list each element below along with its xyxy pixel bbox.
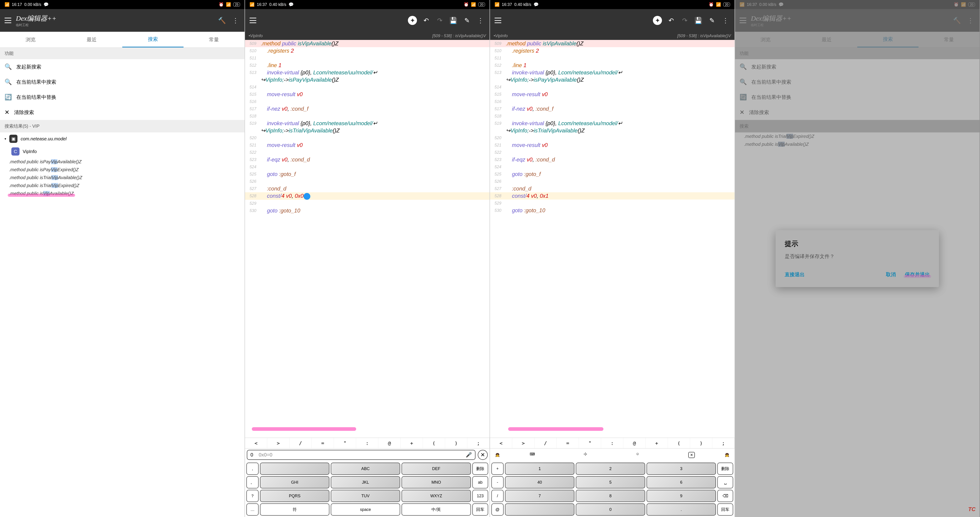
ime-input[interactable]: 0 0x0=0 🎤 — [247, 450, 476, 460]
redo-icon[interactable]: ↷ — [680, 16, 689, 25]
code-editor[interactable]: 509.method public isVipAvailable()Z510 .… — [490, 40, 735, 438]
exit-button[interactable]: 直接退出 — [785, 271, 805, 278]
menu-icon[interactable] — [495, 18, 501, 23]
op-key[interactable]: + — [492, 463, 504, 475]
punct-key[interactable]: ？ — [247, 490, 259, 502]
num-key[interactable]: 8 — [576, 490, 645, 502]
func-key[interactable]: 回车 — [472, 503, 488, 515]
save-icon[interactable]: 💾 — [449, 16, 458, 25]
func-key[interactable]: ␣ — [717, 476, 733, 488]
mode-key[interactable]: space — [331, 503, 400, 515]
func-key[interactable]: 123 — [472, 490, 488, 502]
letter-key[interactable] — [260, 463, 329, 475]
undo-icon[interactable]: ↶ — [422, 16, 431, 25]
method-result[interactable]: .method public isTrialVipAvailable()Z — [0, 174, 245, 182]
action-replace[interactable]: 🔄在当前结果中替换 — [0, 90, 245, 105]
action-search[interactable]: 🔍发起新搜索 — [0, 59, 245, 75]
voice-icon[interactable]: 🎤 — [466, 452, 472, 458]
symbol-key[interactable]: = — [557, 438, 579, 448]
symbol-key[interactable]: > — [512, 438, 535, 448]
symbol-key[interactable]: + — [646, 438, 668, 448]
op-key[interactable]: / — [492, 490, 504, 502]
mode-key[interactable]: 中/英 — [401, 503, 471, 515]
func-key[interactable]: ⌫ — [717, 490, 733, 502]
overflow-icon[interactable]: ⋮ — [231, 16, 240, 25]
menu-icon[interactable] — [250, 18, 256, 23]
method-result[interactable]: .method public isVipAvailable()Z — [0, 190, 245, 198]
tab-constants[interactable]: 常量 — [183, 32, 245, 48]
action-close[interactable]: ✕清除搜索 — [0, 105, 245, 120]
symbol-key[interactable]: ; — [467, 438, 490, 448]
symbol-key[interactable]: > — [267, 438, 290, 448]
letter-key[interactable]: JKL — [331, 476, 400, 488]
symbol-key[interactable]: " — [579, 438, 601, 448]
num-key[interactable]: . — [646, 503, 716, 515]
method-result[interactable]: .method public isPayVipAvailable()Z — [0, 158, 245, 166]
clear-icon[interactable]: ✕ — [478, 450, 488, 460]
symbol-key[interactable]: + — [401, 438, 423, 448]
op-key[interactable]: @ — [492, 503, 504, 515]
punct-key[interactable]: 。 — [247, 476, 259, 488]
hammer-icon[interactable]: 🔨 — [217, 16, 226, 25]
tab-recent[interactable]: 最近 — [61, 32, 123, 48]
num-key[interactable]: 6 — [646, 476, 716, 488]
class-row[interactable]: C VipInfo — [0, 145, 245, 158]
num-key[interactable]: 3 — [646, 463, 716, 475]
letter-key[interactable]: WXYZ — [401, 490, 471, 502]
method-result[interactable]: .method public isPayVipExpired()Z — [0, 166, 245, 174]
num-key[interactable]: 9 — [646, 490, 716, 502]
letter-key[interactable]: TUV — [331, 490, 400, 502]
method-result[interactable]: .method public isTrialVipExpired()Z — [0, 182, 245, 190]
symbol-key[interactable]: " — [334, 438, 356, 448]
num-key[interactable] — [505, 503, 574, 515]
tab-search[interactable]: 搜索 — [122, 32, 183, 48]
symbol-key[interactable]: @ — [379, 438, 401, 448]
symbol-key[interactable]: ( — [423, 438, 445, 448]
punct-key[interactable]: … — [247, 503, 259, 515]
save-icon[interactable]: 💾 — [694, 16, 703, 25]
avatar-icon[interactable]: 👧 — [492, 449, 503, 460]
func-key[interactable]: 删除 — [717, 463, 733, 475]
num-key[interactable]: 5 — [576, 476, 645, 488]
clipboard-icon[interactable]: ✕ — [688, 452, 695, 458]
cancel-button[interactable]: 取消 — [886, 271, 896, 278]
symbol-key[interactable]: ) — [690, 438, 712, 448]
symbol-key[interactable]: : — [601, 438, 624, 448]
num-key[interactable]: 2 — [576, 463, 645, 475]
emoji-icon[interactable]: ☺ — [636, 452, 640, 458]
op-key[interactable]: - — [492, 476, 504, 488]
edit-icon[interactable]: ✎ — [707, 16, 716, 25]
symbol-key[interactable]: ) — [445, 438, 467, 448]
package-row[interactable]: ▾ ▣ com.netease.uu.model — [0, 132, 245, 145]
undo-icon[interactable]: ↶ — [667, 16, 676, 25]
symbol-key[interactable]: @ — [624, 438, 646, 448]
symbol-key[interactable]: / — [290, 438, 312, 448]
symbol-key[interactable]: = — [312, 438, 334, 448]
tab-browse[interactable]: 浏览 — [0, 32, 61, 48]
overflow-icon[interactable]: ⋮ — [476, 16, 485, 25]
letter-key[interactable]: PQRS — [260, 490, 329, 502]
func-key[interactable]: 删除 — [472, 463, 488, 475]
symbol-key[interactable]: / — [535, 438, 557, 448]
num-key[interactable]: 1 — [505, 463, 574, 475]
redo-icon[interactable]: ↷ — [435, 16, 444, 25]
code-editor[interactable]: 509.method public isVipAvailable()Z510 .… — [245, 40, 490, 438]
keyboard-icon[interactable]: ⌨ — [530, 452, 535, 458]
num-key[interactable]: 0 — [576, 503, 645, 515]
symbol-key[interactable]: : — [356, 438, 379, 448]
compass-icon[interactable]: ✦ — [408, 16, 417, 25]
num-key[interactable]: 7 — [505, 490, 574, 502]
symbol-key[interactable]: ( — [668, 438, 690, 448]
letter-key[interactable]: MNO — [401, 476, 471, 488]
overflow-icon[interactable]: ⋮ — [721, 16, 730, 25]
menu-icon[interactable] — [5, 18, 11, 23]
mode-key[interactable]: 符 — [260, 503, 329, 515]
symbol-key[interactable]: < — [245, 438, 267, 448]
func-key[interactable]: ab — [472, 476, 488, 488]
letter-key[interactable]: GHI — [260, 476, 329, 488]
action-search[interactable]: 🔍在当前结果中搜索 — [0, 75, 245, 90]
compass-icon[interactable]: ✦ — [653, 16, 662, 25]
edit-icon[interactable]: ✎ — [462, 16, 471, 25]
punct-key[interactable]: ， — [247, 463, 259, 475]
func-key[interactable]: 回车 — [717, 503, 733, 515]
